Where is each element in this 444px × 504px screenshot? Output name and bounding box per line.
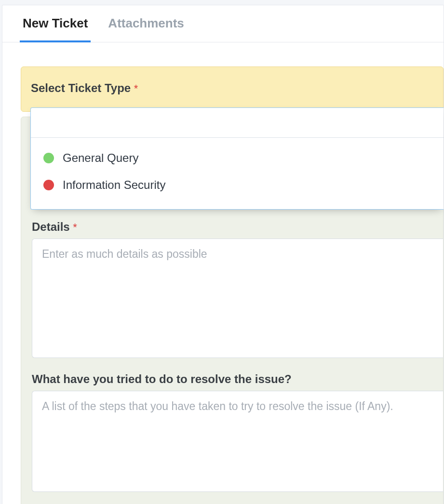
option-label: General Query: [63, 151, 138, 165]
ticket-type-options: General Query Information Security: [31, 138, 444, 209]
required-marker: *: [73, 221, 77, 233]
details-label: Details: [32, 220, 70, 234]
tab-new-ticket[interactable]: New Ticket: [20, 5, 91, 42]
dot-icon: [43, 180, 54, 190]
page-container: New Ticket Attachments Select Ticket Typ…: [2, 5, 444, 504]
option-information-security[interactable]: Information Security: [31, 172, 444, 199]
details-group: Details *: [32, 220, 443, 358]
ticket-type-label: Select Ticket Type: [31, 81, 131, 95]
option-general-query[interactable]: General Query: [31, 145, 444, 172]
details-input[interactable]: [32, 239, 443, 358]
tab-bar: New Ticket Attachments: [2, 5, 444, 42]
resolve-label: What have you tried to do to resolve the…: [32, 372, 292, 386]
ticket-type-search-row[interactable]: [31, 108, 444, 138]
resolve-group: What have you tried to do to resolve the…: [32, 372, 443, 492]
required-marker: *: [134, 82, 138, 94]
resolve-steps-input[interactable]: [32, 391, 443, 492]
ticket-type-banner: Select Ticket Type *: [21, 66, 444, 112]
tab-attachments[interactable]: Attachments: [105, 5, 187, 42]
dot-icon: [43, 153, 54, 163]
option-label: Information Security: [63, 178, 165, 192]
ticket-type-dropdown[interactable]: General Query Information Security: [30, 107, 444, 210]
